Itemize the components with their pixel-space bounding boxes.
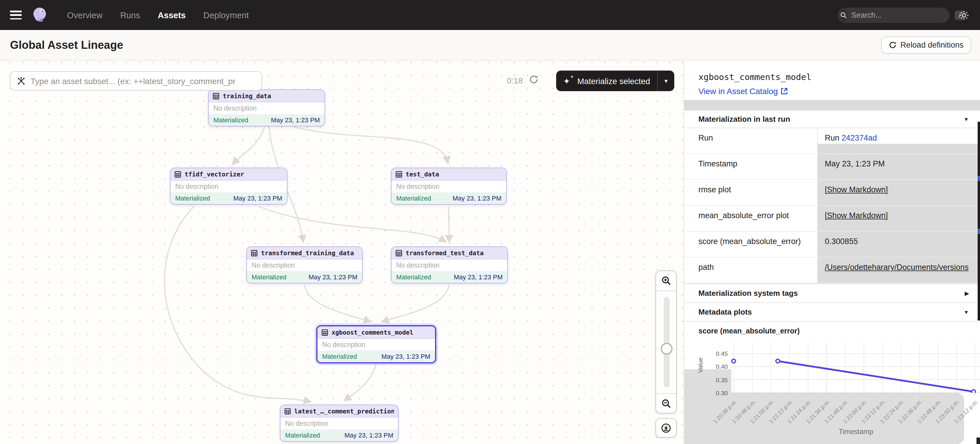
chart-line-series (731, 342, 980, 393)
top-nav: Overview Runs Assets Deployment / (0, 0, 980, 30)
node-description: No description (396, 183, 439, 190)
app-window: Overview Runs Assets Deployment / (0, 0, 980, 444)
chart-title: score (mean_absolute_error) (684, 321, 980, 340)
asset-graph-icon (16, 76, 26, 86)
asset-node-tfidf-vectorizer[interactable]: tfidf_vectorizer No description Material… (170, 168, 288, 205)
zoom-slider[interactable] (656, 291, 676, 393)
zoom-in-button[interactable] (656, 271, 676, 291)
section-materialization-in-last-run[interactable]: Materialization in last run ▼ (684, 111, 980, 128)
node-status: Materialized (396, 195, 431, 202)
table-icon (251, 250, 258, 256)
asset-lineage-canvas[interactable]: training_data No description Materialize… (0, 60, 684, 444)
table-row: Run Run 242374ad (684, 128, 980, 154)
dagster-logo-icon[interactable] (30, 6, 49, 24)
metadata-table: Run Run 242374ad Timestamp May 23, 1:23 … (684, 128, 980, 283)
zoom-slider-track[interactable] (664, 297, 670, 388)
asset-title: xgboost_comments_model (698, 72, 811, 82)
table-icon (321, 329, 328, 336)
zoom-out-icon (661, 399, 671, 409)
asset-subset-input[interactable] (11, 76, 262, 86)
view-in-asset-catalog-link[interactable]: View in Asset Catalog (698, 86, 788, 96)
asset-node-test-data[interactable]: test_data No description Materialized Ma… (391, 168, 507, 205)
node-description: No description (285, 420, 328, 427)
nav-right: / (838, 7, 980, 23)
table-row: mean_absolute_error plot [Show Markdown] (684, 206, 980, 232)
table-icon (175, 171, 181, 177)
node-date: May 23, 1:23 PM (233, 195, 282, 202)
asset-node-transformed-test-data[interactable]: transformed_test_data No description Mat… (391, 247, 508, 283)
node-status: Materialized (285, 432, 320, 439)
node-description: No description (251, 262, 295, 269)
asset-node-transformed-training-data[interactable]: transformed_training_data No description… (246, 247, 363, 283)
panel-scrollbar[interactable] (978, 122, 980, 320)
chevron-down-icon[interactable]: ▼ (964, 116, 969, 122)
asset-details-panel: xgboost_comments_model View in Asset Cat… (684, 60, 980, 444)
chevron-down-icon[interactable]: ▼ (964, 309, 969, 315)
selection-highlight-band (684, 100, 980, 111)
node-status: Materialized (396, 274, 431, 280)
node-date: May 23, 1:23 PM (345, 432, 393, 439)
path-link[interactable]: /Users/odetteharary/Documents/versions (825, 263, 969, 272)
asset-node-latest-comment-predictions[interactable]: latest_…_comment_predictions No descript… (280, 404, 399, 442)
node-description: No description (213, 105, 257, 112)
nav-item-runs[interactable]: Runs (120, 10, 140, 20)
download-icon (661, 423, 671, 433)
table-row: Timestamp May 23, 1:23 PM (684, 154, 980, 180)
y-tick-label: 0.40 (701, 363, 728, 370)
search-input[interactable] (847, 11, 955, 19)
node-status: Materialized (213, 116, 248, 124)
node-status: Materialized (251, 274, 286, 280)
show-markdown-link[interactable]: [Show Markdown] (825, 211, 888, 220)
refresh-timer: 0:18 (507, 76, 523, 85)
download-image-button[interactable] (655, 418, 677, 438)
node-date: May 23, 1:23 PM (453, 195, 501, 202)
table-row: path /Users/odetteharary/Documents/versi… (684, 258, 980, 283)
x-axis-label: Timestamp (731, 428, 980, 436)
external-link-icon (781, 88, 788, 95)
zoom-out-button[interactable] (656, 394, 676, 414)
node-date: May 23, 1:23 PM (454, 274, 503, 280)
section-metadata-plots[interactable]: Metadata plots ▼ (684, 302, 980, 321)
materialize-selected-button[interactable]: ✦✦ Materialize selected ▼ (556, 70, 674, 91)
zoom-controls (655, 271, 677, 414)
table-icon (396, 250, 402, 256)
asset-node-xgboost-comments-model[interactable]: xgboost_comments_model No description Ma… (316, 325, 436, 363)
global-search[interactable]: / (838, 7, 950, 23)
scrollbar-corner (977, 438, 980, 444)
node-date: May 23, 1:23 PM (271, 116, 320, 124)
node-description: No description (175, 183, 218, 190)
y-axis-label: Value (697, 358, 704, 373)
table-row: rmse plot [Show Markdown] (684, 180, 980, 206)
refresh-icon[interactable] (529, 75, 538, 84)
sparkle-icon: ✦✦ (563, 76, 573, 86)
x-axis-ticks (731, 393, 980, 395)
asset-subset-filter[interactable] (10, 71, 262, 91)
y-tick-label: 0.45 (701, 350, 728, 357)
y-tick-label: 0.30 (701, 389, 728, 396)
nav-item-deployment[interactable]: Deployment (204, 10, 249, 20)
page-header: Global Asset Lineage Reload definitions (0, 30, 980, 60)
page-title: Global Asset Lineage (10, 38, 123, 51)
table-icon (285, 408, 291, 414)
reload-icon (889, 41, 896, 49)
node-date: May 23, 1:23 PM (309, 274, 358, 280)
hamburger-menu-icon[interactable] (10, 11, 22, 19)
section-materialization-system-tags[interactable]: Materialization system tags ▶ (684, 283, 980, 302)
table-row: score (mean_absolute_error) 0.300855 (684, 232, 980, 258)
show-markdown-link[interactable]: [Show Markdown] (825, 185, 888, 194)
node-date: May 23, 1:23 PM (382, 353, 430, 360)
gear-icon[interactable] (959, 10, 969, 20)
graph-toolbar: 0:18 ✦✦ Materialize selected ▼ (0, 60, 684, 96)
chevron-right-icon[interactable]: ▶ (965, 290, 969, 296)
run-link[interactable]: 242374ad (842, 134, 877, 142)
nav-item-assets[interactable]: Assets (158, 10, 186, 20)
zoom-slider-handle[interactable] (661, 343, 673, 355)
node-description: No description (396, 262, 439, 269)
node-status: Materialized (175, 195, 210, 202)
materialize-dropdown-caret[interactable]: ▼ (658, 78, 674, 84)
nav-item-overview[interactable]: Overview (67, 10, 103, 20)
node-description: No description (322, 341, 365, 348)
table-icon (396, 171, 402, 177)
search-icon (840, 8, 847, 21)
reload-definitions-button[interactable]: Reload definitions (881, 37, 971, 54)
